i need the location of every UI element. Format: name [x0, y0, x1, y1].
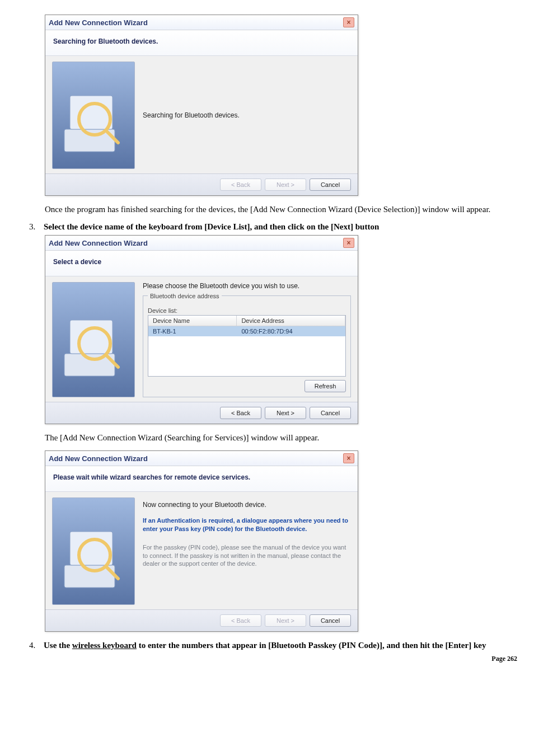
- searching-text: Searching for Bluetooth devices.: [143, 111, 240, 119]
- close-icon[interactable]: ×: [343, 453, 354, 463]
- col-device-address: Device Address: [237, 316, 345, 326]
- step-3: 3. Select the device name of the keyboar…: [29, 222, 521, 232]
- dialog-header-text: Select a device: [53, 258, 101, 266]
- instruction-text: Please choose the Bluetooth device you w…: [143, 282, 351, 290]
- dialog-body: Searching for Bluetooth devices.: [45, 56, 358, 173]
- dialog-body-main: Searching for Bluetooth devices.: [143, 62, 351, 169]
- dialog-body: Now connecting to your Bluetooth device.…: [45, 492, 358, 609]
- close-icon[interactable]: ×: [343, 17, 354, 27]
- step4-suffix: to enter the numbers that appear in [Blu…: [137, 641, 486, 650]
- device-address-fieldset: Bluetooth device address Device list: De…: [143, 295, 351, 397]
- wizard-art: [52, 497, 135, 605]
- step-4: 4. Use the wireless keyboard to enter th…: [29, 641, 521, 650]
- wizard-art: [52, 62, 135, 169]
- row-device-address: 00:50:F2:80:7D:94: [237, 326, 345, 336]
- window-title: Add New Connection Wizard: [49, 454, 148, 463]
- close-icon[interactable]: ×: [343, 238, 354, 248]
- next-button: Next >: [265, 614, 306, 627]
- step-text: Select the device name of the keyboard f…: [44, 222, 379, 232]
- wizard-searching-services-dialog: Add New Connection Wizard × Please wait …: [45, 450, 358, 632]
- page-number: Page 262: [13, 655, 521, 663]
- step-text: Use the wireless keyboard to enter the n…: [44, 641, 486, 650]
- svg-rect-1: [70, 96, 113, 129]
- dialog-body-main: Please choose the Bluetooth device you w…: [143, 282, 351, 397]
- wizard-art: [52, 282, 135, 397]
- dialog-footer: < Back Next > Cancel: [45, 402, 358, 424]
- dialog-body-main: Now connecting to your Bluetooth device.…: [143, 497, 351, 605]
- dialog-header-text: Please wait while wizard searches for re…: [53, 473, 250, 481]
- list-header: Device Name Device Address: [148, 316, 345, 326]
- paragraph-after-dialog2: The [Add New Connection Wizard (Searchin…: [45, 433, 521, 443]
- svg-rect-5: [70, 320, 113, 354]
- col-device-name: Device Name: [148, 316, 237, 326]
- connecting-text: Now connecting to your Bluetooth device.: [143, 501, 351, 509]
- auth-info-text: If an Authentication is required, a dial…: [143, 516, 351, 533]
- next-button[interactable]: Next >: [265, 407, 306, 419]
- dialog-header: Select a device: [45, 251, 358, 276]
- titlebar: Add New Connection Wizard ×: [45, 236, 358, 251]
- window-title: Add New Connection Wizard: [49, 18, 148, 27]
- refresh-button[interactable]: Refresh: [305, 380, 346, 392]
- wizard-select-device-dialog: Add New Connection Wizard × Select a dev…: [45, 235, 358, 424]
- cancel-button[interactable]: Cancel: [310, 407, 351, 419]
- device-list-label: Device list:: [148, 307, 346, 314]
- dialog-footer: < Back Next > Cancel: [45, 609, 358, 631]
- back-button[interactable]: < Back: [220, 407, 261, 419]
- next-button: Next >: [265, 179, 306, 191]
- step4-prefix: Use the: [44, 641, 72, 650]
- dialog-body: Please choose the Bluetooth device you w…: [45, 276, 358, 402]
- device-list[interactable]: Device Name Device Address BT-KB-1 00:50…: [148, 315, 346, 377]
- fieldset-legend: Bluetooth device address: [148, 293, 222, 299]
- step-number: 3.: [29, 222, 44, 232]
- dialog-header-text: Searching for Bluetooth devices.: [53, 37, 158, 45]
- back-button: < Back: [220, 179, 261, 191]
- passkey-note-text: For the passkey (PIN code), please see t…: [143, 543, 351, 569]
- back-button: < Back: [220, 614, 261, 627]
- dialog-footer: < Back Next > Cancel: [45, 173, 358, 195]
- cancel-button[interactable]: Cancel: [310, 614, 351, 627]
- wizard-searching-dialog: Add New Connection Wizard × Searching fo…: [45, 15, 358, 196]
- svg-rect-9: [70, 532, 113, 565]
- step4-underline: wireless keyboard: [72, 641, 137, 650]
- titlebar: Add New Connection Wizard ×: [45, 15, 358, 30]
- dialog-header: Searching for Bluetooth devices.: [45, 30, 358, 56]
- list-row-selected[interactable]: BT-KB-1 00:50:F2:80:7D:94: [148, 326, 345, 336]
- window-title: Add New Connection Wizard: [49, 239, 148, 247]
- paragraph-after-dialog1: Once the program has finished searching …: [45, 205, 521, 214]
- dialog-header: Please wait while wizard searches for re…: [45, 466, 358, 492]
- cancel-button[interactable]: Cancel: [310, 179, 351, 191]
- step-number: 4.: [29, 641, 44, 650]
- row-device-name: BT-KB-1: [148, 326, 237, 336]
- titlebar: Add New Connection Wizard ×: [45, 451, 358, 466]
